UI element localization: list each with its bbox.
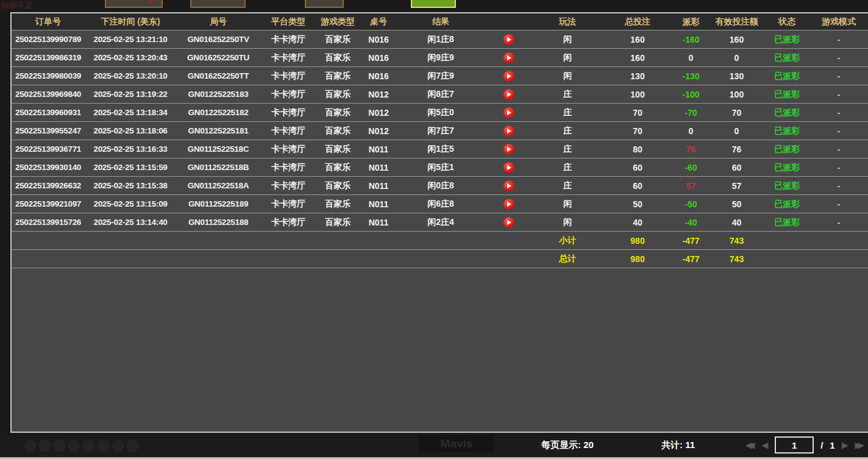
cell-round-id: GN016252250TU bbox=[176, 53, 260, 62]
replay-icon[interactable] bbox=[503, 126, 514, 137]
play-triangle-icon bbox=[507, 55, 511, 60]
play-triangle-icon bbox=[507, 74, 511, 79]
cell-total-bet: 40 bbox=[601, 218, 674, 227]
cell-platform-type: 卡卡湾厅 bbox=[260, 217, 316, 228]
cell-replay bbox=[483, 162, 534, 173]
balance-warning-text: 除额不足, bbox=[1, 0, 35, 11]
table-row: 2502251399210972025-02-25 13:15:09GN0112… bbox=[12, 194, 868, 213]
cell-result: 闲7庄7 bbox=[398, 126, 483, 137]
col-header-order-id: 订单号 bbox=[12, 16, 85, 27]
replay-icon[interactable] bbox=[503, 71, 514, 82]
play-triangle-icon bbox=[507, 165, 511, 170]
cell-game-type: 百家乐 bbox=[316, 126, 359, 137]
play-triangle-icon bbox=[507, 147, 511, 152]
col-header-result: 结果 bbox=[398, 16, 483, 27]
background-watermark: Mavis bbox=[419, 435, 494, 452]
cell-round-id: GN0112522518A bbox=[176, 181, 260, 190]
cell-result: 闲5庄0 bbox=[398, 107, 483, 118]
cell-bet-time: 2025-02-25 13:18:34 bbox=[85, 108, 176, 117]
toolbar-button-3[interactable] bbox=[305, 0, 344, 8]
cell-status: 已派彩 bbox=[766, 217, 808, 228]
cell-game-mode: - bbox=[808, 71, 868, 81]
cell-bet-time: 2025-02-25 13:15:59 bbox=[85, 163, 176, 172]
cell-total-bet: 70 bbox=[601, 126, 674, 136]
replay-icon[interactable] bbox=[503, 162, 514, 173]
cell-round-id: GN01225225182 bbox=[176, 108, 260, 117]
cell-round-id: GN016252250TV bbox=[176, 35, 260, 44]
cell-table-no: N012 bbox=[359, 90, 398, 99]
replay-icon[interactable] bbox=[503, 34, 514, 45]
cell-summary-valid-bet: 743 bbox=[708, 236, 766, 246]
cell-game-type: 百家乐 bbox=[316, 34, 359, 45]
cell-game-mode: - bbox=[808, 126, 868, 136]
col-header-payout: 派彩 bbox=[674, 16, 708, 27]
cell-bet-time: 2025-02-25 13:15:38 bbox=[85, 181, 176, 190]
cell-game-type: 百家乐 bbox=[316, 199, 359, 210]
table-row: 2502251399552472025-02-25 13:18:06GN0122… bbox=[12, 121, 868, 140]
cell-play-type: 庄 bbox=[534, 126, 601, 137]
table-empty-area bbox=[12, 268, 868, 432]
toolbar-button-1[interactable] bbox=[105, 0, 163, 8]
per-page-value: 20 bbox=[583, 439, 594, 450]
cell-bet-time: 2025-02-25 13:18:06 bbox=[85, 126, 176, 135]
cell-order-id: 250225139921097 bbox=[12, 199, 85, 208]
cell-valid-bet: 70 bbox=[708, 108, 766, 118]
prev-page-icon[interactable]: ◀ bbox=[761, 441, 768, 449]
cell-platform-type: 卡卡湾厅 bbox=[260, 162, 316, 173]
total-count-value: 11 bbox=[685, 439, 695, 450]
cell-table-no: N011 bbox=[359, 181, 398, 191]
col-header-game-mode: 游戏模式 bbox=[808, 16, 868, 27]
cell-valid-bet: 0 bbox=[708, 126, 766, 136]
cell-game-type: 百家乐 bbox=[316, 144, 359, 155]
cell-play-type: 庄 bbox=[534, 89, 601, 100]
cell-play-type: 闲 bbox=[534, 71, 601, 82]
cell-total-bet: 100 bbox=[601, 90, 674, 99]
cell-total-bet: 80 bbox=[601, 144, 674, 154]
cell-result: 闲5庄1 bbox=[398, 162, 483, 173]
cell-status: 已派彩 bbox=[766, 89, 808, 100]
cell-game-mode: - bbox=[808, 218, 868, 227]
cell-game-mode: - bbox=[808, 108, 868, 118]
table-row: 2502251399907892025-02-25 13:21:10GN0162… bbox=[12, 30, 868, 48]
first-page-icon[interactable]: ◀◀ bbox=[745, 441, 755, 449]
table-row: 2502251399157262025-02-25 13:14:40GN0112… bbox=[12, 213, 868, 231]
cell-order-id: 250225139969840 bbox=[12, 90, 85, 99]
cell-game-mode: - bbox=[808, 90, 868, 99]
cell-table-no: N012 bbox=[359, 108, 398, 118]
replay-icon[interactable] bbox=[503, 89, 514, 100]
next-page-icon[interactable]: ▶ bbox=[842, 441, 848, 449]
replay-icon[interactable] bbox=[503, 144, 514, 155]
page-input[interactable] bbox=[775, 436, 814, 454]
replay-icon[interactable] bbox=[503, 180, 514, 191]
table-row: 2502251399301402025-02-25 13:15:59GN0112… bbox=[12, 158, 868, 176]
chip-icon bbox=[24, 440, 36, 452]
table-row: 2502251399609312025-02-25 13:18:34GN0122… bbox=[12, 103, 868, 121]
cell-summary-payout: -477 bbox=[674, 254, 708, 264]
col-header-table-no: 桌号 bbox=[359, 16, 398, 27]
table-body: 2502251399907892025-02-25 13:21:10GN0162… bbox=[12, 30, 868, 268]
replay-icon[interactable] bbox=[503, 107, 514, 118]
last-page-icon[interactable]: ▶▶ bbox=[855, 441, 864, 449]
cell-table-no: N011 bbox=[359, 218, 398, 227]
cell-replay bbox=[483, 180, 534, 191]
cell-table-no: N011 bbox=[359, 144, 398, 154]
chip-icon bbox=[98, 440, 109, 452]
replay-icon[interactable] bbox=[503, 199, 514, 210]
toolbar-button-2[interactable] bbox=[190, 0, 246, 8]
replay-icon[interactable] bbox=[503, 217, 514, 228]
cell-platform-type: 卡卡湾厅 bbox=[260, 180, 316, 191]
col-header-game-type: 游戏类型 bbox=[316, 16, 359, 27]
replay-icon[interactable] bbox=[503, 52, 514, 63]
cell-payout: 57 bbox=[674, 181, 708, 191]
bet-records-table: 订单号下注时间 (美东)局号平台类型游戏类型桌号结果玩法总投注派彩有效投注额状态… bbox=[10, 12, 868, 433]
table-row: 2502251399698402025-02-25 13:19:22GN0122… bbox=[12, 85, 868, 103]
cell-game-mode: - bbox=[808, 35, 868, 44]
cell-game-mode: - bbox=[808, 53, 868, 63]
total-count-label: 共计: bbox=[661, 439, 683, 450]
cell-game-mode: - bbox=[808, 144, 868, 154]
col-header-bet-time: 下注时间 (美东) bbox=[85, 16, 176, 27]
play-triangle-icon bbox=[507, 202, 511, 207]
toolbar-button-active[interactable] bbox=[411, 0, 456, 8]
cell-result: 闲9庄9 bbox=[398, 52, 483, 63]
page: 除额不足, 订单号下注时间 (美东)局号平台类型游戏类型桌号结果玩法总投注派彩有… bbox=[0, 0, 868, 459]
